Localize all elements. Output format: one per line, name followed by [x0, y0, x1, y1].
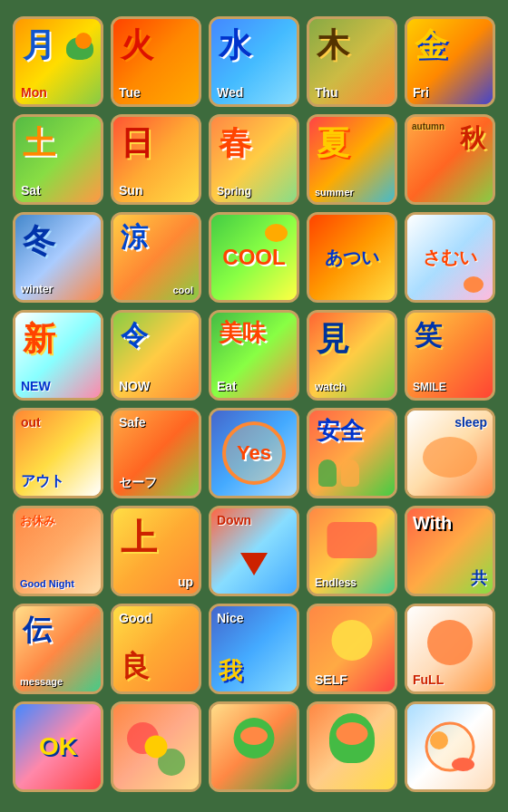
sticker-cold1[interactable]: 涼 cool — [111, 212, 201, 303]
sticker-up[interactable]: 上 up — [111, 506, 201, 596]
sticker-watch[interactable]: 見 watch — [307, 310, 397, 401]
sticker-yes[interactable]: Yes — [209, 408, 299, 498]
sticker-smile[interactable]: 笑 SMILE — [405, 310, 495, 401]
sticker-sun[interactable]: 日 Sun — [111, 114, 201, 205]
sticker-autumn[interactable]: 秋 autumn — [405, 114, 495, 205]
sticker-mon[interactable]: 月 Mon — [13, 16, 103, 107]
sticker-bird3[interactable] — [307, 701, 397, 792]
sticker-goodnight[interactable]: お休み Good Night — [13, 506, 103, 596]
sticker-grid: 月 Mon 火 Tue 水 Wed 木 Thu 金 Fri — [5, 9, 503, 799]
sticker-good[interactable]: Good 良 — [111, 604, 201, 694]
sticker-hot[interactable]: あつい — [307, 212, 397, 303]
sticker-full[interactable]: FuLL — [405, 604, 495, 694]
sticker-ok[interactable]: OK — [13, 701, 103, 792]
sticker-with[interactable]: With 共 — [405, 506, 495, 596]
sticker-now[interactable]: 令 NOW — [111, 310, 201, 401]
sticker-cold2[interactable]: さむい — [405, 212, 495, 303]
sticker-sat[interactable]: 土 Sat — [13, 114, 103, 205]
sticker-bird1[interactable] — [111, 701, 201, 792]
sticker-spring[interactable]: 春 Spring — [209, 114, 299, 205]
sticker-safe[interactable]: Safe セーフ — [111, 408, 201, 498]
sticker-tue[interactable]: 火 Tue — [111, 16, 201, 107]
sticker-wed[interactable]: 水 Wed — [209, 16, 299, 107]
sticker-down[interactable]: Down — [209, 506, 299, 596]
sticker-safety[interactable]: 安全 — [307, 408, 397, 498]
sticker-self[interactable]: SELF — [307, 604, 397, 694]
sticker-winter[interactable]: 冬 winter — [13, 212, 103, 303]
sticker-out[interactable]: out アウト — [13, 408, 103, 498]
sticker-bird2[interactable] — [209, 701, 299, 792]
sticker-bird4[interactable] — [405, 701, 495, 792]
sticker-fri[interactable]: 金 Fri — [405, 16, 495, 107]
sticker-nice[interactable]: Nice 我 — [209, 604, 299, 694]
sticker-new[interactable]: 新 NEW — [13, 310, 103, 401]
sticker-cool[interactable]: COOL — [209, 212, 299, 303]
sticker-eat[interactable]: 美味 Eat — [209, 310, 299, 401]
sticker-endless[interactable]: Endless — [307, 506, 397, 596]
sticker-message[interactable]: 伝 message — [13, 604, 103, 694]
sticker-sleep[interactable]: sleep — [405, 408, 495, 498]
sticker-thu[interactable]: 木 Thu — [307, 16, 397, 107]
sticker-summer[interactable]: 夏 summer — [307, 114, 397, 205]
